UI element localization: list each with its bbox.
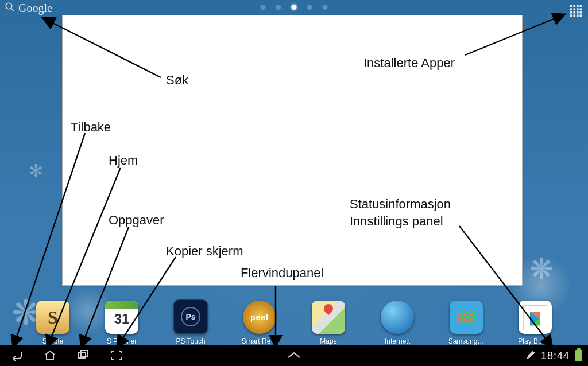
svg-rect-10 [570, 11, 572, 14]
annotation-multiwindow: Flervindupanel [241, 266, 323, 281]
clock: 18:44 [541, 350, 570, 362]
app-maps[interactable]: Maps [305, 301, 351, 345]
pstouch-icon: Ps [173, 299, 208, 334]
screenshot-button[interactable] [108, 347, 125, 364]
app-snote[interactable]: S S Note [30, 301, 76, 345]
internet-icon [381, 301, 414, 334]
app-label: Internett [385, 337, 410, 345]
samsung-apps-icon [450, 301, 483, 334]
app-label: Smart Re… [242, 337, 278, 345]
app-label: S Note [42, 337, 64, 345]
svg-rect-2 [570, 5, 572, 7]
recent-apps-button[interactable] [75, 347, 92, 364]
app-playstore[interactable]: Play Butikk [512, 301, 558, 345]
app-label: PS Touch [176, 337, 205, 345]
page-dot[interactable] [307, 5, 312, 10]
playstore-icon [519, 301, 552, 334]
smartremote-icon: peel [243, 301, 276, 334]
svg-rect-13 [579, 11, 582, 14]
svg-point-0 [6, 3, 12, 9]
svg-rect-7 [573, 8, 575, 10]
svg-rect-27 [81, 351, 88, 356]
apps-grid-icon [570, 9, 582, 19]
svg-rect-12 [577, 11, 579, 14]
annotation-search: Søk [166, 73, 188, 88]
maps-icon [312, 301, 345, 334]
google-search[interactable]: Google [0, 2, 52, 15]
google-search-label: Google [18, 2, 52, 15]
system-navbar: 18:44 [0, 345, 588, 366]
homescreen-page-indicator[interactable] [261, 5, 328, 10]
battery-icon [575, 350, 582, 361]
back-button[interactable] [8, 347, 25, 364]
svg-rect-11 [573, 11, 575, 14]
splanner-icon: 31 [105, 301, 138, 334]
screenshot-icon [110, 349, 123, 363]
spen-icon [526, 351, 535, 361]
svg-rect-14 [570, 14, 572, 17]
annotation-panel: Søk Installerte Apper Tilbake Hjem Oppga… [62, 15, 523, 286]
dock: S S Note 31 S Planner Ps PS Touch peel S… [0, 290, 588, 345]
page-dot-active[interactable] [292, 5, 297, 10]
multiwindow-handle[interactable] [287, 351, 301, 361]
svg-rect-16 [577, 14, 579, 17]
wallpaper-wisp: ✻ [29, 161, 43, 181]
svg-rect-17 [579, 14, 582, 17]
annotation-installed-apps: Installerte Apper [363, 56, 455, 71]
app-label: S Planner [107, 337, 137, 345]
annotation-home: Hjem [109, 153, 138, 168]
page-dot[interactable] [323, 5, 328, 10]
app-label: Samsung… [448, 337, 485, 345]
svg-rect-5 [579, 5, 582, 7]
back-icon [10, 349, 24, 363]
home-button[interactable] [41, 347, 59, 364]
recent-apps-icon [76, 349, 90, 363]
svg-rect-6 [570, 8, 572, 10]
annotation-screenshot: Kopier skjerm [166, 244, 243, 259]
top-bar: Google [0, 0, 588, 16]
status-area[interactable]: 18:44 [526, 350, 588, 362]
page-dot[interactable] [261, 5, 266, 10]
home-icon [43, 349, 57, 363]
page-dot[interactable] [276, 5, 281, 10]
annotation-status-panel: Statusinformasjon Innstillings panel [350, 196, 451, 229]
app-label: Play Butikk [518, 337, 552, 345]
svg-rect-26 [79, 352, 86, 358]
app-splanner[interactable]: 31 S Planner [99, 301, 145, 345]
search-icon [5, 2, 15, 14]
apps-drawer-button[interactable] [570, 5, 582, 20]
app-samsung[interactable]: Samsung… [443, 301, 489, 345]
svg-rect-15 [573, 14, 575, 17]
annotation-back: Tilbake [71, 120, 111, 135]
svg-line-1 [11, 8, 14, 11]
svg-rect-3 [573, 5, 575, 7]
snote-icon: S [36, 301, 69, 334]
wallpaper-wisp: ❋ [529, 252, 554, 286]
svg-rect-4 [577, 5, 579, 7]
app-smartremote[interactable]: peel Smart Re… [237, 301, 283, 345]
app-label: Maps [320, 337, 336, 345]
annotation-tasks: Oppgaver [109, 213, 164, 228]
svg-rect-9 [579, 8, 582, 10]
app-pstouch[interactable]: Ps PS Touch [168, 299, 214, 345]
app-internet[interactable]: Internett [374, 301, 420, 345]
nav-left [0, 347, 125, 364]
chevron-up-icon [287, 352, 301, 361]
svg-rect-8 [577, 8, 579, 10]
